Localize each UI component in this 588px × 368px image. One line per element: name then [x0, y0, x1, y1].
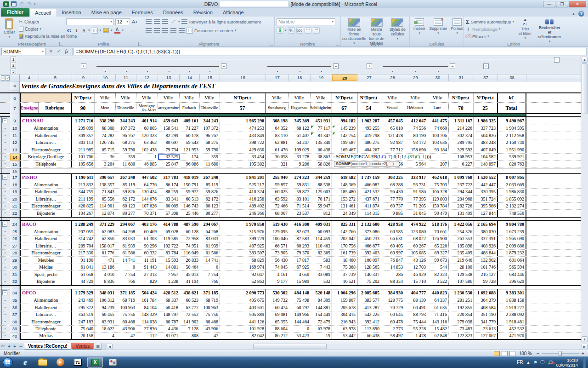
collapse-group-icon[interactable]: −	[2, 175, 7, 180]
cell[interactable]: 0	[289, 326, 311, 333]
cell[interactable]: 302 374	[449, 132, 474, 139]
cell[interactable]: 295 372	[72, 304, 95, 311]
rubrique-Tlphonie[interactable]: Téléphonie	[20, 161, 72, 167]
row-header-31[interactable]: 31	[10, 271, 20, 278]
cell[interactable]: 101 784	[136, 297, 158, 304]
cell[interactable]: 14 853	[381, 264, 404, 271]
header-90[interactable]: 90	[72, 103, 95, 113]
column-header-17[interactable]: 17	[266, 75, 289, 81]
font-name-combo[interactable]: ▾	[66, 18, 114, 25]
cell[interactable]: 60 178	[180, 132, 200, 139]
cell[interactable]: 1 970 850	[220, 221, 266, 228]
scroll-down-icon[interactable]: ▼	[582, 336, 588, 342]
row-header-21[interactable]: 21	[10, 203, 20, 210]
cell[interactable]: 60 787	[158, 318, 180, 325]
cell[interactable]: 1 099 760	[449, 174, 474, 181]
cell[interactable]: 820 763	[498, 161, 526, 167]
cell[interactable]: 62 850	[95, 236, 116, 242]
cell[interactable]: 341 779	[474, 318, 498, 325]
cell[interactable]: 303 113	[72, 139, 95, 146]
page-break-view-icon[interactable]	[509, 351, 515, 356]
cell[interactable]: 116 049	[180, 250, 200, 257]
cell[interactable]: 5 964	[404, 161, 427, 167]
increase-indent-icon[interactable]	[178, 27, 185, 34]
cell[interactable]: 158 541	[158, 125, 180, 132]
cell[interactable]: 3 204	[95, 161, 116, 167]
cell[interactable]: 82 323	[427, 271, 449, 278]
cell[interactable]: 15 482	[427, 326, 449, 333]
zoom-out-icon[interactable]: −	[536, 351, 540, 356]
cell[interactable]: 131 409	[449, 210, 474, 217]
cell[interactable]: 44 729	[72, 278, 95, 285]
cell[interactable]: 101 706	[72, 154, 95, 161]
cell[interactable]: 213 832	[72, 181, 95, 188]
cell[interactable]: 267 240	[116, 174, 136, 181]
tab-donnees[interactable]: Données	[158, 9, 188, 17]
cell[interactable]: 344 755	[72, 189, 95, 196]
cell[interactable]: 474 922	[404, 221, 427, 228]
cell[interactable]: 47	[200, 333, 220, 339]
cell[interactable]: 132 902	[474, 257, 498, 264]
cell[interactable]: 408 584	[474, 304, 498, 311]
cell[interactable]: 94 239	[95, 304, 116, 311]
zoom-slider-thumb[interactable]	[559, 351, 562, 356]
cell[interactable]: 281 251	[449, 297, 474, 304]
cell[interactable]: 419 798	[357, 132, 381, 139]
taskbar-excel-icon[interactable]: X	[87, 357, 103, 368]
rubrique-Electromnager[interactable]: Electroménager	[20, 146, 72, 153]
cell[interactable]: 121 953	[180, 146, 200, 153]
cell[interactable]: 60 468	[116, 318, 136, 325]
cell[interactable]: 808	[180, 333, 200, 339]
cell[interactable]: 107 372	[200, 125, 220, 132]
cell[interactable]: 12 703	[404, 264, 427, 271]
cell[interactable]: 68 829	[220, 257, 266, 264]
cell[interactable]: 237 722	[449, 181, 474, 188]
tab-affichage[interactable]: Affichage	[218, 9, 249, 17]
cell[interactable]: 274 323	[289, 174, 311, 181]
cell[interactable]: 11 680	[200, 161, 220, 167]
header-Ville[interactable]: Ville	[427, 93, 449, 102]
cell[interactable]: 314 742	[72, 236, 95, 242]
cell[interactable]: 79 370	[289, 250, 311, 257]
cell[interactable]: 59 947	[311, 203, 332, 210]
cell[interactable]: 542 225	[357, 311, 381, 318]
row-header-28[interactable]: 28	[10, 250, 20, 257]
header-Forbach[interactable]: Forbach	[180, 103, 200, 113]
cell[interactable]: 74 282	[95, 132, 116, 139]
header-Ville[interactable]: Ville	[381, 93, 404, 102]
cell[interactable]: 148 797	[158, 311, 180, 318]
column-header-11[interactable]: 11	[116, 75, 136, 81]
cell[interactable]: 83 110	[266, 132, 289, 139]
cell[interactable]: 81 347	[311, 132, 332, 139]
row-header-34[interactable]: 34	[10, 289, 20, 297]
cell[interactable]: 1 288 249	[72, 221, 95, 228]
cell[interactable]: 466 677	[357, 242, 381, 249]
cell[interactable]: 261 553	[449, 236, 474, 242]
cell[interactable]: 80 697	[158, 139, 180, 146]
header-enseigne[interactable]: Enseigne	[20, 103, 39, 113]
cell[interactable]: 1 673 239	[498, 228, 526, 235]
cell[interactable]: 61 841	[72, 264, 95, 271]
cell[interactable]: 104 267	[72, 210, 95, 217]
cell[interactable]: 83 784	[158, 250, 180, 257]
rubrique-Librairie[interactable]: Librairie…	[20, 196, 72, 202]
cell[interactable]: 62 083	[95, 228, 116, 235]
cell[interactable]: 88 354	[381, 278, 404, 285]
cell[interactable]: 14 881	[158, 264, 180, 271]
header-Thionville[interactable]: Thionville	[116, 103, 136, 113]
cell[interactable]: 211 199	[72, 196, 95, 202]
find-select-button[interactable]: Rechercher et sélectionner▾	[536, 18, 563, 44]
cell[interactable]: 129 095	[266, 228, 289, 235]
cell[interactable]: 1 737 159	[357, 174, 381, 181]
cell[interactable]: 1 986 830	[498, 189, 526, 196]
cell[interactable]: 411 874	[357, 203, 381, 210]
collapse-group-icon[interactable]: −	[221, 63, 226, 69]
cell[interactable]: 91 190	[72, 257, 95, 264]
tab-revision[interactable]: Révision	[188, 9, 218, 17]
align-bottom-icon[interactable]	[162, 18, 169, 25]
cell[interactable]: 60 455	[95, 311, 116, 318]
cell[interactable]: 2 085 685	[357, 289, 381, 297]
zoom-in-icon[interactable]: +	[581, 351, 585, 356]
cell[interactable]: 364 379	[474, 297, 498, 304]
cell[interactable]: 282 726	[449, 203, 474, 210]
